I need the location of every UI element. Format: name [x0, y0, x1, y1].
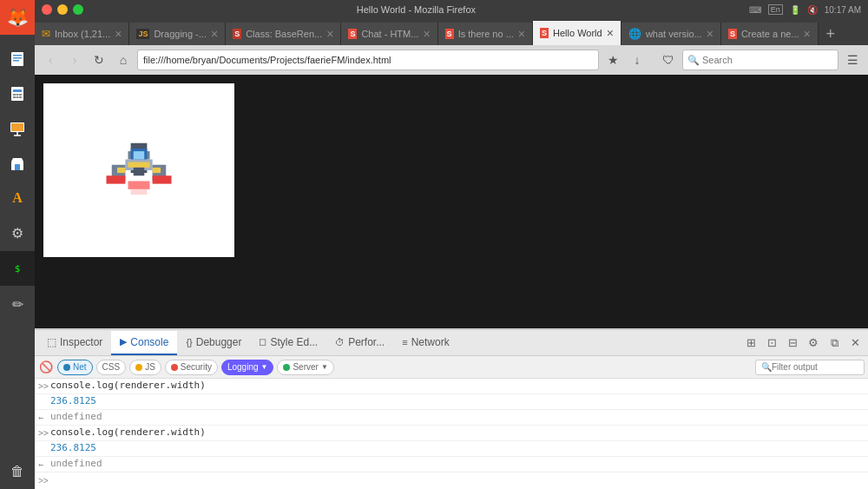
sidebar-trash-icon[interactable]: 🗑: [0, 454, 35, 489]
net-label: Net: [73, 362, 87, 372]
spaceship-image: [95, 127, 182, 214]
devtools-dock-right[interactable]: ⊡: [762, 334, 781, 353]
devtools-dock-window[interactable]: ⊟: [783, 334, 802, 353]
console-output-5: 236.8125: [50, 442, 865, 453]
network-label: Network: [411, 336, 450, 348]
back-button[interactable]: ‹: [40, 50, 61, 70]
tab-isthere[interactable]: S Is there no ... ×: [438, 23, 533, 45]
devtools-options[interactable]: ⚙: [804, 334, 823, 353]
svg-rect-27: [128, 162, 150, 168]
battery-icon: 🔋: [790, 5, 800, 15]
filter-server[interactable]: Server ▼: [277, 360, 333, 375]
svg-rect-8: [19, 94, 22, 96]
forward-button[interactable]: ›: [64, 50, 85, 70]
tab-chat-close[interactable]: ×: [423, 28, 430, 40]
console-input-1: console.log(renderer.width): [50, 380, 865, 391]
filter-net[interactable]: Net: [57, 360, 93, 375]
page-content: [35, 75, 868, 328]
tab-createanew-close[interactable]: ×: [804, 28, 811, 40]
shield-button[interactable]: 🛡: [658, 50, 679, 70]
tab-chat[interactable]: S Chat - HTM... ×: [341, 23, 437, 45]
bookmark-button[interactable]: ★: [602, 50, 623, 70]
tab-dragging[interactable]: JS Dragging -... ×: [129, 23, 226, 45]
devtools-dock-bottom[interactable]: ⊞: [741, 334, 760, 353]
tab-whatversion[interactable]: 🌐 what versio... ×: [621, 23, 721, 45]
input-arrow-1: >>: [38, 380, 50, 391]
tab-dragging-icon: JS: [136, 29, 149, 39]
svg-rect-6: [13, 94, 16, 96]
output-arrow-2: [38, 395, 50, 397]
svg-rect-3: [13, 60, 19, 62]
logging-dropdown: ▼: [261, 363, 268, 371]
debugger-icon: {}: [186, 337, 192, 347]
home-button[interactable]: ⌂: [113, 50, 134, 70]
sidebar-firefox-icon[interactable]: 🦊: [0, 0, 35, 35]
history-button[interactable]: ↓: [627, 50, 648, 70]
tab-inbox-icon: ✉: [42, 28, 50, 40]
sidebar-amazon-icon[interactable]: A: [0, 181, 35, 215]
minimize-btn[interactable]: [57, 4, 68, 15]
devtools-tab-inspector[interactable]: ⬚ Inspector: [38, 331, 111, 355]
tab-inbox-close[interactable]: ×: [115, 28, 122, 40]
styleeditor-icon: ◻: [259, 336, 266, 347]
address-bar[interactable]: [137, 50, 599, 70]
console-line-6: ← undefined: [35, 457, 868, 472]
svg-rect-26: [134, 151, 145, 159]
svg-rect-11: [19, 96, 22, 98]
search-input[interactable]: [682, 50, 838, 70]
devtools-tab-styleeditor[interactable]: ◻ Style Ed...: [250, 331, 326, 355]
svg-rect-13: [11, 123, 23, 131]
filter-output-input[interactable]: [772, 362, 858, 372]
tab-inbox[interactable]: ✉ Inbox (1,21... ×: [35, 23, 129, 45]
filter-css[interactable]: CSS: [96, 360, 127, 375]
styleeditor-label: Style Ed...: [270, 336, 318, 348]
console-toolbar: 🚫 Net CSS JS Security Logging ▼: [35, 356, 868, 379]
tab-classbase[interactable]: S Class: BaseRen... ×: [226, 23, 341, 45]
tab-createanew[interactable]: S Create a ne... ×: [721, 23, 819, 45]
devtools-tab-console[interactable]: ▶ Console: [111, 331, 177, 355]
sidebar-present-icon[interactable]: [0, 111, 35, 146]
net-dot: [63, 364, 70, 371]
console-input-field[interactable]: [52, 475, 865, 486]
sidebar-docwriter-icon[interactable]: [0, 42, 35, 76]
security-dot: [171, 364, 178, 371]
devtools-close[interactable]: ✕: [845, 334, 865, 353]
tab-whatversion-close[interactable]: ×: [707, 28, 713, 40]
reload-button[interactable]: ↻: [89, 50, 109, 70]
menu-button[interactable]: ☰: [842, 50, 863, 70]
sidebar-store-icon[interactable]: [0, 146, 35, 181]
tab-createanew-icon: S: [728, 29, 737, 39]
svg-rect-30: [128, 182, 150, 189]
filter-logging[interactable]: Logging ▼: [221, 360, 274, 375]
tab-createanew-label: Create a ne...: [741, 29, 799, 39]
svg-rect-23: [107, 175, 126, 183]
filter-security[interactable]: Security: [165, 360, 218, 375]
sidebar-editor-icon[interactable]: ✏: [0, 287, 35, 321]
tab-classbase-icon: S: [233, 29, 241, 39]
sidebar-calc-icon[interactable]: [0, 76, 35, 111]
devtools-responsive[interactable]: ⧉: [825, 334, 844, 353]
svg-rect-29: [131, 170, 148, 173]
console-line-5: 236.8125: [35, 441, 868, 457]
maximize-btn[interactable]: [73, 4, 83, 15]
tab-helloworld-close[interactable]: ×: [607, 27, 614, 39]
console-input-4: console.log(renderer.width): [50, 426, 865, 438]
tab-dragging-close[interactable]: ×: [211, 28, 218, 40]
tab-whatversion-icon: 🌐: [628, 28, 641, 40]
devtools-tab-performance[interactable]: ⏱ Perfor...: [326, 331, 393, 355]
filter-output-box[interactable]: 🔍: [755, 360, 865, 375]
console-clear-button[interactable]: 🚫: [38, 360, 54, 375]
filter-js[interactable]: JS: [129, 360, 161, 375]
main-area: Hello World - Mozilla Firefox ⌨ En 🔋 🔇 1…: [35, 0, 868, 489]
close-btn[interactable]: [42, 4, 52, 15]
sidebar-settings-icon[interactable]: ⚙: [0, 215, 35, 250]
devtools-tab-debugger[interactable]: {} Debugger: [177, 331, 250, 355]
tab-helloworld[interactable]: S Hello World ×: [533, 21, 621, 45]
tab-classbase-close[interactable]: ×: [326, 28, 333, 40]
devtools-tab-network[interactable]: ≡ Network: [393, 331, 457, 355]
tab-isthere-close[interactable]: ×: [518, 28, 525, 40]
sidebar-terminal-icon[interactable]: $: [0, 251, 35, 286]
security-label: Security: [181, 362, 212, 372]
new-tab-button[interactable]: +: [819, 23, 843, 45]
game-canvas-area: [43, 83, 234, 257]
